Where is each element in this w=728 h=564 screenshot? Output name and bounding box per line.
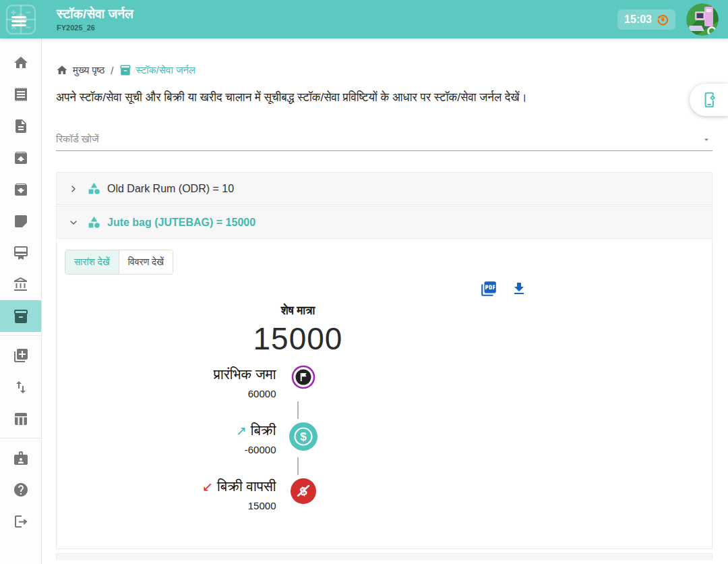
chevron-down-icon[interactable] xyxy=(66,217,81,228)
pdf-export-icon xyxy=(480,280,497,298)
sidebar-nav xyxy=(0,38,42,564)
page-description: अपने स्टॉक/सेवा सूची और बिक्री या खरीद च… xyxy=(56,91,712,105)
timeline-item-opening: प्रारंभिक जमा 60000 xyxy=(65,365,531,399)
sidebar-divider xyxy=(0,335,41,336)
dropdown-caret-icon[interactable] xyxy=(702,135,711,144)
record-label: Jute bag (JUTEBAG) = 15000 xyxy=(107,217,255,229)
inventory-icon xyxy=(119,64,131,76)
sidebar-item-outbox[interactable] xyxy=(0,142,41,173)
sidebar-item-notes[interactable] xyxy=(0,205,41,237)
sidebar-divider xyxy=(0,438,41,439)
document-icon xyxy=(13,118,29,134)
sales-out-arrow-icon: ↗ xyxy=(236,424,247,438)
mobile-settings-fab[interactable] xyxy=(690,84,728,116)
sidebar-item-memberships[interactable] xyxy=(0,237,41,269)
timeline-label: बिक्री xyxy=(251,422,276,438)
main-content: मुख्य पृष्ठ / स्टॉक/सेवा जर्नल अपने स्टॉ… xyxy=(42,38,728,564)
unarchive-icon xyxy=(13,150,29,166)
records-list: Old Dark Rum (ODR) = 10 Jute bag (JUTEBA… xyxy=(56,172,712,560)
record-search xyxy=(56,129,712,151)
category-icon xyxy=(87,215,101,229)
mobile-settings-icon xyxy=(700,91,718,109)
logout-icon xyxy=(13,513,29,530)
home-icon xyxy=(56,64,68,76)
sidebar-item-profile[interactable] xyxy=(0,442,41,474)
record-detail-panel: सारांश देखें विवरण देखें शेष मात्रा 1500… xyxy=(56,239,712,549)
hamburger-menu-icon[interactable] xyxy=(11,14,26,28)
breadcrumb-current-label: स्टॉक/सेवा जर्नल xyxy=(135,64,195,76)
breadcrumb-home-link[interactable]: मुख्य पृष्ठ xyxy=(73,64,104,76)
help-icon xyxy=(13,482,29,498)
badge-icon xyxy=(13,450,29,466)
sidebar-item-help[interactable] xyxy=(0,474,41,505)
balance-quantity-label: शेष मात्रा xyxy=(65,304,531,318)
sidebar-item-home[interactable] xyxy=(0,47,41,78)
pdf-export-button[interactable] xyxy=(480,280,497,298)
sync-time-button[interactable]: 15:03 xyxy=(617,9,675,30)
library-add-icon xyxy=(13,347,29,364)
chevron-right-icon[interactable] xyxy=(66,184,81,194)
sales-dollar-icon: $ xyxy=(288,421,319,452)
download-button[interactable] xyxy=(511,281,527,297)
receipt-icon xyxy=(13,86,29,103)
tab-detail-view[interactable]: विवरण देखें xyxy=(119,250,173,274)
page-title: स्टॉक/सेवा जर्नल xyxy=(57,7,617,22)
timeline-value: 15000 xyxy=(65,500,276,511)
avatar[interactable] xyxy=(686,3,719,36)
timeline-value: -60000 xyxy=(65,444,276,455)
fiscal-year-label: FY2025_26 xyxy=(57,24,617,32)
timeline-item-sales: ↗बिक्री -60000 $ xyxy=(65,421,531,455)
timeline-item-sales-return: ↙बिक्री वापसी 15000 $ xyxy=(65,477,531,511)
view-tabs: सारांश देखें विवरण देखें xyxy=(65,250,173,275)
app-header: स्टॉक/सेवा जर्नल FY2025_26 15:03 xyxy=(0,0,728,38)
timeline-label: प्रारंभिक जमा xyxy=(65,366,276,383)
bank-icon xyxy=(13,277,29,293)
export-actions xyxy=(65,277,531,300)
tab-summary-view[interactable]: सारांश देखें xyxy=(65,250,119,274)
timeline-connector xyxy=(65,399,531,421)
record-label: Old Dark Rum (ODR) = 10 xyxy=(107,183,234,195)
sidebar-item-import-export[interactable] xyxy=(0,371,41,403)
balance-quantity-value: 15000 xyxy=(65,320,531,357)
sidebar-item-tables[interactable] xyxy=(0,403,41,434)
timeline-label: बिक्री वापसी xyxy=(217,478,276,494)
sidebar-item-inventory[interactable] xyxy=(0,300,41,332)
timeline-value: 60000 xyxy=(65,388,276,399)
record-row-old-dark-rum[interactable]: Old Dark Rum (ODR) = 10 xyxy=(56,172,712,205)
table-icon xyxy=(13,411,29,427)
record-row-jute-bag[interactable]: Jute bag (JUTEBAG) = 15000 xyxy=(56,206,712,239)
time-label: 15:03 xyxy=(624,13,652,26)
timeline-connector xyxy=(65,455,531,477)
breadcrumb: मुख्य पृष्ठ / स्टॉक/सेवा जर्नल xyxy=(56,64,712,76)
sidebar-item-receipts[interactable] xyxy=(0,78,41,110)
next-record-row-partial[interactable] xyxy=(56,553,712,560)
flag-circle-icon xyxy=(291,365,315,389)
search-input[interactable] xyxy=(56,129,712,151)
download-icon xyxy=(511,281,527,297)
sales-return-arrow-icon: ↙ xyxy=(202,480,213,494)
archive-icon xyxy=(13,181,29,198)
app-logo xyxy=(0,0,42,38)
sidebar-item-logout[interactable] xyxy=(0,505,41,537)
swap-vertical-icon xyxy=(13,379,29,395)
breadcrumb-separator: / xyxy=(111,65,113,76)
note-icon xyxy=(13,213,29,229)
home-icon xyxy=(13,55,29,71)
inventory-icon xyxy=(13,308,29,325)
breadcrumb-current[interactable]: स्टॉक/सेवा जर्नल xyxy=(119,64,195,76)
sidebar-item-inbox[interactable] xyxy=(0,173,41,205)
category-icon xyxy=(87,181,101,196)
history-refresh-icon[interactable] xyxy=(657,13,669,26)
sidebar-item-documents[interactable] xyxy=(0,110,41,142)
card-membership-icon xyxy=(13,245,29,261)
sidebar-item-bank[interactable] xyxy=(0,269,41,300)
summary-widget: शेष मात्रा 15000 प्रारंभिक जमा 60000 xyxy=(65,277,531,511)
sales-return-icon: $ xyxy=(289,477,317,505)
sidebar-item-add-record[interactable] xyxy=(0,339,41,371)
retro-computer-avatar-icon xyxy=(686,3,719,36)
svg-text:$: $ xyxy=(300,430,307,443)
